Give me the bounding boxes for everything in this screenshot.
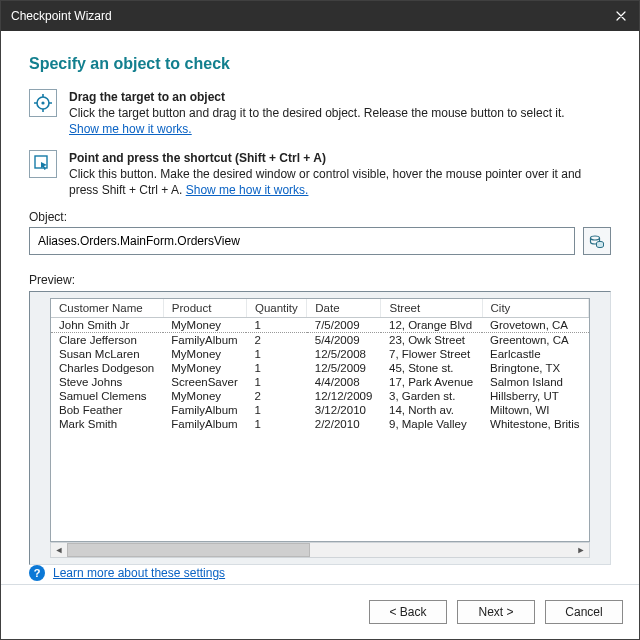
table-cell: FamilyAlbum: [163, 403, 246, 417]
table-cell: 2: [246, 389, 306, 403]
column-header[interactable]: Quantity: [246, 299, 306, 318]
wizard-footer: < Back Next > Cancel: [1, 584, 639, 639]
column-header[interactable]: Product: [163, 299, 246, 318]
table-cell: 1: [246, 361, 306, 375]
table-row[interactable]: Mark SmithFamilyAlbum12/2/20109, Maple V…: [51, 417, 589, 431]
object-label: Object:: [29, 210, 611, 224]
svg-point-3: [591, 236, 600, 240]
table-cell: Susan McLaren: [51, 347, 163, 361]
instruction-drag-text: Drag the target to an object Click the t…: [69, 89, 565, 138]
point-and-press-button[interactable]: [29, 150, 57, 178]
instruction-shortcut: Point and press the shortcut (Shift + Ct…: [29, 150, 611, 199]
table-cell: Mark Smith: [51, 417, 163, 431]
instruction-drag-heading: Drag the target to an object: [69, 89, 565, 105]
table-cell: MyMoney: [163, 318, 246, 333]
table-cell: 3, Garden st.: [381, 389, 482, 403]
drag-target-button[interactable]: [29, 89, 57, 117]
table-cell: 14, North av.: [381, 403, 482, 417]
table-cell: MyMoney: [163, 389, 246, 403]
target-icon: [34, 94, 52, 112]
table-cell: 7, Flower Street: [381, 347, 482, 361]
table-cell: John Smith Jr: [51, 318, 163, 333]
table-row[interactable]: Charles DodgesonMyMoney112/5/200945, Sto…: [51, 361, 589, 375]
column-header[interactable]: Street: [381, 299, 482, 318]
object-input[interactable]: [29, 227, 575, 255]
table-cell: 12/12/2009: [307, 389, 381, 403]
table-cell: Miltown, WI: [482, 403, 588, 417]
column-header[interactable]: Customer Name: [51, 299, 163, 318]
table-cell: 1: [246, 403, 306, 417]
scroll-right-arrow[interactable]: ►: [573, 543, 589, 557]
table-row[interactable]: Susan McLarenMyMoney112/5/20087, Flower …: [51, 347, 589, 361]
page-title: Specify an object to check: [29, 55, 611, 73]
object-picker-button[interactable]: [583, 227, 611, 255]
learn-more-row: ? Learn more about these settings: [29, 565, 225, 581]
preview-label: Preview:: [29, 273, 611, 287]
table-cell: 7/5/2009: [307, 318, 381, 333]
close-icon: [616, 11, 626, 21]
table-cell: ScreenSaver: [163, 375, 246, 389]
table-cell: Bringtone, TX: [482, 361, 588, 375]
horizontal-scrollbar[interactable]: ◄ ►: [50, 542, 590, 558]
table-cell: 9, Maple Valley: [381, 417, 482, 431]
instruction-drag: Drag the target to an object Click the t…: [29, 89, 611, 138]
object-row: [29, 227, 611, 255]
svg-point-1: [41, 101, 44, 104]
table-cell: FamilyAlbum: [163, 333, 246, 348]
table-cell: 4/4/2008: [307, 375, 381, 389]
table-cell: FamilyAlbum: [163, 417, 246, 431]
show-me-link-1[interactable]: Show me how it works.: [69, 122, 192, 136]
table-cell: Bob Feather: [51, 403, 163, 417]
table-cell: Steve Johns: [51, 375, 163, 389]
scroll-thumb[interactable]: [67, 543, 310, 557]
point-icon: [34, 155, 52, 173]
table-cell: 5/4/2009: [307, 333, 381, 348]
object-picker-icon: [589, 233, 605, 249]
table-row[interactable]: Samuel ClemensMyMoney212/12/20093, Garde…: [51, 389, 589, 403]
show-me-link-2[interactable]: Show me how it works.: [186, 183, 309, 197]
table-cell: Charles Dodgeson: [51, 361, 163, 375]
table-cell: Whitestone, Britis: [482, 417, 588, 431]
table-cell: 45, Stone st.: [381, 361, 482, 375]
table-cell: 17, Park Avenue: [381, 375, 482, 389]
instruction-shortcut-text: Point and press the shortcut (Shift + Ct…: [69, 150, 611, 199]
table-cell: 3/12/2010: [307, 403, 381, 417]
scroll-left-arrow[interactable]: ◄: [51, 543, 67, 557]
checkpoint-wizard-window: Checkpoint Wizard Specify an object to c…: [0, 0, 640, 640]
column-header[interactable]: City: [482, 299, 588, 318]
cancel-button[interactable]: Cancel: [545, 600, 623, 624]
table-cell: 1: [246, 318, 306, 333]
table-cell: 1: [246, 347, 306, 361]
table-cell: 1: [246, 417, 306, 431]
back-button[interactable]: < Back: [369, 600, 447, 624]
preview-grid-container: Customer NameProductQuantityDateStreetCi…: [50, 298, 590, 542]
table-cell: Salmon Island: [482, 375, 588, 389]
table-cell: 2/2/2010: [307, 417, 381, 431]
table-cell: 23, Owk Street: [381, 333, 482, 348]
table-row[interactable]: Bob FeatherFamilyAlbum13/12/201014, Nort…: [51, 403, 589, 417]
preview-grid[interactable]: Customer NameProductQuantityDateStreetCi…: [51, 299, 589, 431]
table-cell: Hillsberry, UT: [482, 389, 588, 403]
table-cell: 12/5/2008: [307, 347, 381, 361]
table-row[interactable]: Steve JohnsScreenSaver14/4/200817, Park …: [51, 375, 589, 389]
table-cell: Grovetown, CA: [482, 318, 588, 333]
table-row[interactable]: John Smith JrMyMoney17/5/200912, Orange …: [51, 318, 589, 333]
table-cell: MyMoney: [163, 361, 246, 375]
instruction-shortcut-body: Click this button. Make the desired wind…: [69, 167, 581, 197]
table-cell: 2: [246, 333, 306, 348]
scroll-track[interactable]: [67, 543, 573, 557]
next-button[interactable]: Next >: [457, 600, 535, 624]
column-header[interactable]: Date: [307, 299, 381, 318]
table-cell: 1: [246, 375, 306, 389]
learn-more-link[interactable]: Learn more about these settings: [53, 566, 225, 580]
table-cell: Earlcastle: [482, 347, 588, 361]
window-title: Checkpoint Wizard: [11, 9, 603, 23]
table-row[interactable]: Clare JeffersonFamilyAlbum25/4/200923, O…: [51, 333, 589, 348]
instruction-shortcut-heading: Point and press the shortcut (Shift + Ct…: [69, 150, 611, 166]
preview-panel: Customer NameProductQuantityDateStreetCi…: [29, 291, 611, 565]
table-cell: Samuel Clemens: [51, 389, 163, 403]
instruction-drag-body: Click the target button and drag it to t…: [69, 106, 565, 120]
table-cell: Clare Jefferson: [51, 333, 163, 348]
window-close-button[interactable]: [603, 1, 639, 31]
table-cell: MyMoney: [163, 347, 246, 361]
